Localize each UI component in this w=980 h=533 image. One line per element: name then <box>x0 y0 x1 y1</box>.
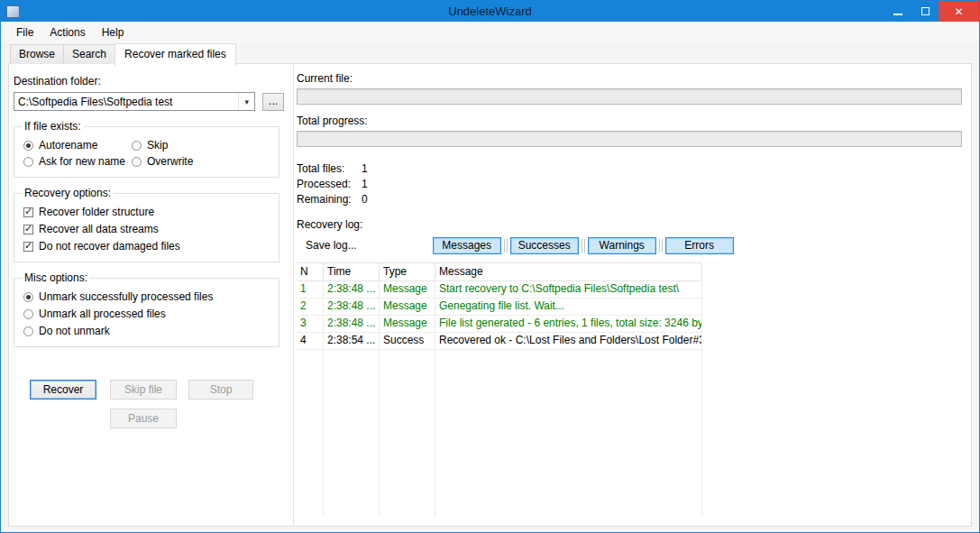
total-progressbar <box>297 131 962 147</box>
radio-do-not-unmark[interactable]: Do not unmark <box>23 324 270 338</box>
log-toolbar: Save log... Messages Successes Warnings … <box>297 236 962 254</box>
checkbox-icon <box>23 207 33 217</box>
log-table-header: N Time Type Message <box>297 262 702 281</box>
radio-ask-for-new-name[interactable]: Ask for new name <box>23 154 132 169</box>
log-cell-type: Success <box>380 333 435 349</box>
destination-folder-combobox[interactable]: C:\Softpedia Files\Softpedia test ▾ <box>14 92 255 111</box>
empty-cell <box>380 350 435 517</box>
log-row[interactable]: 4 2:38:54 ... Success Recovered ok - C:\… <box>297 333 702 350</box>
chevron-down-icon[interactable]: ▾ <box>238 93 254 110</box>
checkbox-do-not-recover-damaged[interactable]: Do not recover damaged files <box>23 239 270 253</box>
log-column-message[interactable]: Message <box>435 263 702 280</box>
log-cell-time: 2:38:48 ... <box>324 299 380 315</box>
minimize-icon <box>893 14 902 15</box>
action-buttons: Recover Skip file Stop Pause <box>14 380 284 443</box>
skip-file-button: Skip file <box>110 380 177 400</box>
log-row[interactable]: 2 2:38:48 ... Message Genegating file li… <box>297 299 702 316</box>
checkbox-recover-folder-structure[interactable]: Recover folder structure <box>23 205 270 219</box>
menu-actions[interactable]: Actions <box>41 23 93 42</box>
browse-folder-button[interactable]: ... <box>262 93 284 111</box>
recovery-log-table: N Time Type Message 1 2:38:48 ... Messag… <box>297 262 962 517</box>
log-cell-time: 2:38:54 ... <box>324 333 380 349</box>
tab-page: Destination folder: C:\Softpedia Files\S… <box>8 63 972 527</box>
log-cell-type: Message <box>380 281 435 298</box>
radio-icon <box>23 292 33 302</box>
if-file-exists-group: If file exists: Autorename Skip Ask for … <box>14 126 279 178</box>
menu-bar: File Actions Help <box>1 22 979 43</box>
menu-help[interactable]: Help <box>94 23 133 42</box>
tab-recover-marked-files[interactable]: Recover marked files <box>114 43 236 66</box>
tab-search[interactable]: Search <box>63 44 115 64</box>
log-cell-type: Message <box>380 316 435 332</box>
toolbar-separator <box>659 239 663 253</box>
log-row[interactable]: 3 2:38:48 ... Message File list generate… <box>297 316 702 333</box>
radio-autorename[interactable]: Autorename <box>23 138 132 152</box>
radio-unmark-all-processed[interactable]: Unmark all processed files <box>23 307 270 321</box>
menu-file[interactable]: File <box>8 23 41 42</box>
total-progress-label: Total progress: <box>297 115 962 127</box>
log-column-n[interactable]: N <box>297 263 324 280</box>
current-file-progressbar <box>297 88 962 105</box>
radio-label: Do not unmark <box>39 325 110 337</box>
tab-browse[interactable]: Browse <box>10 44 64 64</box>
toolbar-separator <box>582 239 585 253</box>
filter-warnings-button[interactable]: Warnings <box>588 237 656 254</box>
checkbox-icon <box>23 242 33 252</box>
remaining-label: Remaining: <box>297 193 362 206</box>
stop-button: Stop <box>188 380 253 400</box>
log-column-time[interactable]: Time <box>324 263 380 280</box>
close-button[interactable]: ✕ <box>939 1 979 22</box>
maximize-icon <box>921 7 930 15</box>
log-row[interactable]: 1 2:38:48 ... Message Start recovery to … <box>297 281 702 299</box>
radio-icon <box>23 326 33 336</box>
recovery-log-label: Recovery log: <box>297 218 962 231</box>
progress-panel: Current file: Total progress: Total file… <box>295 64 971 526</box>
recover-button[interactable]: Recover <box>30 380 96 400</box>
filter-messages-button[interactable]: Messages <box>433 237 501 254</box>
log-cell-message: Genegating file list. Wait... <box>435 299 702 315</box>
maximize-button[interactable] <box>911 1 939 22</box>
log-cell-n: 4 <box>297 333 324 349</box>
save-log-link[interactable]: Save log... <box>306 239 357 252</box>
misc-options-group: Misc options: Unmark successfully proces… <box>14 278 279 347</box>
log-column-type[interactable]: Type <box>380 263 435 280</box>
radio-icon <box>132 141 142 151</box>
empty-cell <box>324 350 380 517</box>
radio-skip[interactable]: Skip <box>132 138 270 152</box>
if-file-exists-title: If file exists: <box>22 120 84 133</box>
destination-folder-label: Destination folder: <box>14 75 284 87</box>
total-files-value: 1 <box>362 162 495 175</box>
checkbox-label: Do not recover damaged files <box>39 240 180 253</box>
log-cell-n: 3 <box>297 316 324 332</box>
misc-options-title: Misc options: <box>22 271 90 284</box>
empty-cell <box>435 350 702 517</box>
radio-overwrite[interactable]: Overwrite <box>132 154 270 169</box>
checkbox-label: Recover folder structure <box>39 206 154 218</box>
processed-label: Processed: <box>297 178 362 190</box>
toolbar-separator <box>504 239 508 253</box>
checkbox-icon <box>23 225 33 234</box>
recovery-options-group: Recovery options: Recover folder structu… <box>14 193 279 262</box>
window-title: UndeleteWizard <box>1 5 979 18</box>
total-files-label: Total files: <box>297 162 362 175</box>
minimize-button[interactable] <box>884 1 911 22</box>
app-icon <box>6 5 20 18</box>
radio-label: Unmark all processed files <box>39 308 166 320</box>
log-cell-time: 2:38:48 ... <box>324 316 380 332</box>
close-icon: ✕ <box>954 6 963 17</box>
log-cell-message: File list generated - 6 entries, 1 files… <box>435 316 702 332</box>
recovery-options-title: Recovery options: <box>22 187 114 199</box>
log-cell-n: 1 <box>297 281 324 298</box>
empty-cell <box>297 350 324 517</box>
radio-unmark-successful[interactable]: Unmark successfully processed files <box>23 289 270 304</box>
checkbox-recover-all-data-streams[interactable]: Recover all data streams <box>23 222 270 236</box>
log-cell-type: Message <box>380 299 435 315</box>
radio-icon <box>132 157 142 167</box>
title-bar: UndeleteWizard ✕ <box>1 1 979 22</box>
filter-errors-button[interactable]: Errors <box>665 237 734 254</box>
log-cell-message: Start recovery to C:\Softpedia Files\Sof… <box>435 281 702 298</box>
filter-successes-button[interactable]: Successes <box>510 237 579 254</box>
radio-icon <box>23 309 33 319</box>
checkbox-label: Recover all data streams <box>39 223 159 235</box>
app-window: UndeleteWizard ✕ File Actions Help Brows… <box>0 0 980 533</box>
